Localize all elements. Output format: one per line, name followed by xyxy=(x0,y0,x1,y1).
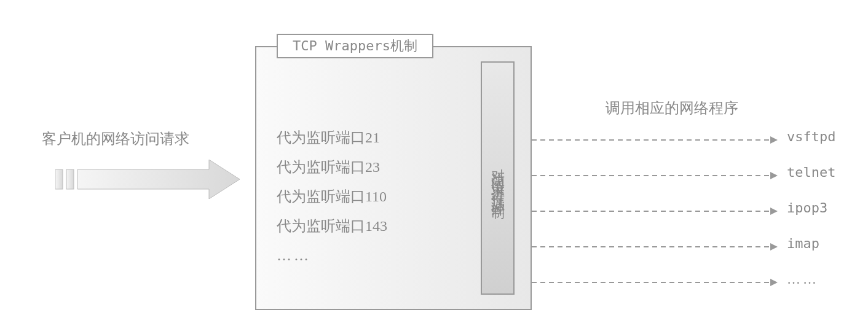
service-label-ellipsis: …… xyxy=(787,271,819,287)
client-request-label: 客户机的网络访问请求 xyxy=(42,129,189,149)
port-item-ellipsis: …… xyxy=(277,241,387,270)
svg-rect-1 xyxy=(66,169,74,189)
svg-marker-6 xyxy=(770,172,778,179)
arrow-line-icon xyxy=(532,169,778,182)
big-arrow-icon xyxy=(55,160,240,199)
port-item: 代为监听端口110 xyxy=(277,182,387,211)
service-label: imap xyxy=(787,236,819,251)
service-label: vsftpd xyxy=(787,129,835,144)
svg-marker-2 xyxy=(77,160,240,199)
port-item: 代为监听端口143 xyxy=(277,211,387,241)
svg-rect-0 xyxy=(55,169,63,189)
arrow-line-icon xyxy=(532,134,778,146)
svg-marker-12 xyxy=(770,279,778,286)
title-box: TCP Wrappers机制 xyxy=(277,34,433,58)
port-item: 代为监听端口21 xyxy=(277,123,387,152)
port-item: 代为监听端口23 xyxy=(277,152,387,182)
arrow-line-icon xyxy=(532,205,778,217)
service-label: telnet xyxy=(787,165,835,180)
service-label: ipop3 xyxy=(787,200,827,216)
ports-list: 代为监听端口21 代为监听端口23 代为监听端口110 代为监听端口143 …… xyxy=(277,123,387,270)
svg-marker-4 xyxy=(770,136,778,144)
title-text: TCP Wrappers机制 xyxy=(293,37,417,55)
invoke-program-label: 调用相应的网络程序 xyxy=(606,98,738,118)
arrow-line-icon xyxy=(532,276,778,289)
svg-marker-8 xyxy=(770,208,778,215)
filter-control-box: 对访问请求进行过滤控制 xyxy=(481,61,515,295)
svg-marker-10 xyxy=(770,243,778,251)
arrow-line-icon xyxy=(532,241,778,253)
filter-text: 对访问请求进行过滤控制 xyxy=(489,158,507,198)
